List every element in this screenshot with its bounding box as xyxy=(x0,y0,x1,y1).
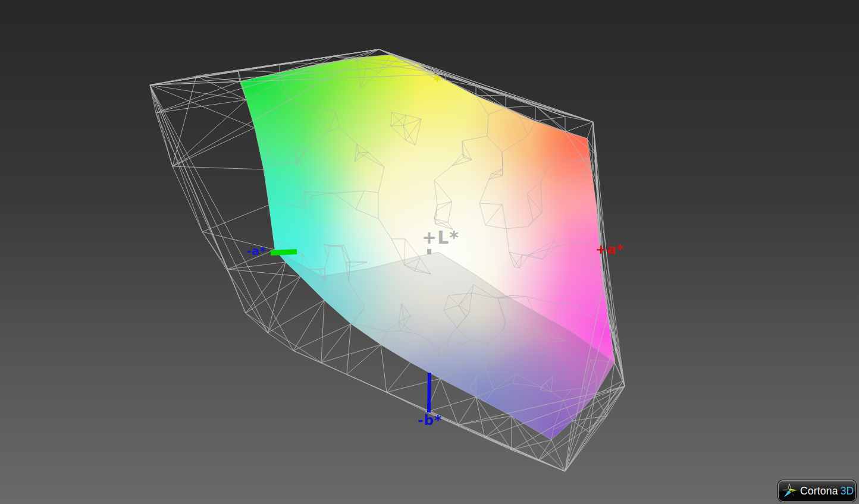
gamut-3d-plot xyxy=(0,0,859,504)
axis-label-b-plus: * xyxy=(434,74,442,88)
viewer-canvas[interactable]: +L* +a* -a* * -b* Cortona3D xyxy=(0,0,859,504)
logo-text-cortona: Cortona xyxy=(800,485,838,497)
axis-label-b-minus: -b* xyxy=(418,414,442,427)
cortona3d-star-icon xyxy=(782,483,798,499)
axis-label-l-plus: +L* xyxy=(422,229,459,247)
logo-text-3d: 3D xyxy=(841,485,854,497)
axis-label-a-plus: +a* xyxy=(595,243,624,256)
cortona3d-logo-button[interactable]: Cortona3D xyxy=(778,480,856,502)
axis-label-a-minus: -a* xyxy=(246,245,267,257)
